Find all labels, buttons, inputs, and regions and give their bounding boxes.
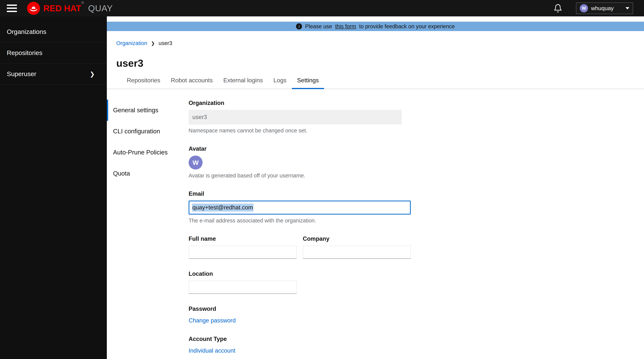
hamburger-menu-icon[interactable] xyxy=(7,4,17,12)
tab-robot-accounts[interactable]: Robot accounts xyxy=(166,77,218,89)
caret-down-icon xyxy=(626,7,629,10)
tab-bar: Repositories Robot accounts External log… xyxy=(107,77,644,89)
organization-label: Organization xyxy=(188,100,411,106)
avatar-helper: Avatar is generated based off of your us… xyxy=(188,172,411,179)
subnav-cli-configuration[interactable]: CLI configuration xyxy=(107,121,188,142)
feedback-banner: i Please use this form to provide feedba… xyxy=(107,22,644,31)
location-input[interactable] xyxy=(188,281,296,294)
masthead-right: W whuquay xyxy=(553,2,644,14)
subnav-item-label: Auto-Prune Policies xyxy=(113,149,168,156)
avatar-label: Avatar xyxy=(188,146,411,152)
banner-text-prefix: Please use xyxy=(305,23,332,30)
tab-repositories[interactable]: Repositories xyxy=(122,77,166,89)
user-avatar: W xyxy=(580,4,588,12)
page-title: user3 xyxy=(116,57,644,69)
main-content: i Please use this form to provide feedba… xyxy=(107,16,644,359)
company-label: Company xyxy=(303,236,411,242)
email-group: Email quay+test@redhat.com The e-mail ad… xyxy=(188,190,411,224)
sidebar-nav: Organizations Repositories Superuser ❯ xyxy=(0,16,107,359)
avatar-group: Avatar W Avatar is generated based off o… xyxy=(188,146,411,179)
brand-trademark: ® xyxy=(81,0,84,5)
email-helper: The e-mail address associated with the o… xyxy=(188,218,411,224)
breadcrumb-separator-icon: ❯ xyxy=(151,41,155,46)
sidebar-item-organizations[interactable]: Organizations xyxy=(0,21,107,42)
masthead: RED HAT® QUAY W whuquay xyxy=(0,0,644,16)
banner-feedback-link[interactable]: this form xyxy=(335,23,356,30)
brand-redhat-text: RED HAT® xyxy=(43,3,84,13)
full-name-field: Full name xyxy=(188,236,296,259)
subnav-general-settings[interactable]: General settings xyxy=(107,100,188,121)
settings-layout: General settings CLI configuration Auto-… xyxy=(107,89,644,359)
breadcrumb: Organization ❯ user3 xyxy=(116,40,644,46)
settings-subnav: General settings CLI configuration Auto-… xyxy=(107,89,188,359)
breadcrumb-organization-link[interactable]: Organization xyxy=(116,40,147,46)
name-company-row: Full name Company xyxy=(188,236,411,259)
change-password-link[interactable]: Change password xyxy=(188,317,236,324)
sidebar-item-superuser[interactable]: Superuser ❯ xyxy=(0,64,107,84)
tab-logs[interactable]: Logs xyxy=(268,77,292,89)
email-selected-text: quay+test@redhat.com xyxy=(192,204,254,212)
location-label: Location xyxy=(188,270,411,277)
organization-avatar: W xyxy=(188,156,202,170)
subnav-auto-prune-policies[interactable]: Auto-Prune Policies xyxy=(107,142,188,163)
email-input[interactable]: quay+test@redhat.com xyxy=(188,200,411,214)
full-name-label: Full name xyxy=(188,236,296,242)
user-menu-dropdown[interactable]: W whuquay xyxy=(576,2,633,14)
sidebar-item-label: Organizations xyxy=(7,28,46,36)
company-input[interactable] xyxy=(303,246,411,259)
organization-group: Organization user3 Namespace names canno… xyxy=(188,100,411,134)
general-settings-form: Organization user3 Namespace names canno… xyxy=(188,89,411,359)
sidebar-item-repositories[interactable]: Repositories xyxy=(0,42,107,64)
sidebar-item-label: Superuser xyxy=(7,70,36,78)
brand-product-label: QUAY xyxy=(88,3,113,13)
brand[interactable]: RED HAT® QUAY xyxy=(27,2,113,15)
organization-input: user3 xyxy=(188,110,402,124)
account-type-label: Account Type xyxy=(188,336,411,342)
redhat-logo-icon xyxy=(27,2,40,15)
tab-external-logins[interactable]: External logins xyxy=(218,77,268,89)
company-field: Company xyxy=(303,236,411,259)
subnav-item-label: Quota xyxy=(113,170,130,177)
password-label: Password xyxy=(188,306,411,312)
chevron-right-icon: ❯ xyxy=(90,71,95,77)
info-icon: i xyxy=(296,23,302,30)
organization-helper: Namespace names cannot be changed once s… xyxy=(188,128,411,134)
email-label: Email xyxy=(188,190,411,197)
brand-redhat-label: RED HAT xyxy=(43,4,81,13)
location-group: Location xyxy=(188,270,411,294)
notifications-bell-icon[interactable] xyxy=(553,4,562,13)
account-type-group: Account Type Individual account xyxy=(188,336,411,354)
individual-account-link[interactable]: Individual account xyxy=(188,347,235,354)
full-name-input[interactable] xyxy=(188,246,296,259)
subnav-quota[interactable]: Quota xyxy=(107,163,188,184)
password-group: Password Change password xyxy=(188,306,411,324)
banner-text-suffix: to provide feedback on your experience xyxy=(359,23,455,30)
tab-settings[interactable]: Settings xyxy=(292,77,324,89)
subnav-item-label: CLI configuration xyxy=(113,128,160,135)
breadcrumb-current: user3 xyxy=(159,40,172,46)
user-name: whuquay xyxy=(591,5,614,12)
subnav-item-label: General settings xyxy=(113,106,158,114)
sidebar-item-label: Repositories xyxy=(7,49,42,56)
